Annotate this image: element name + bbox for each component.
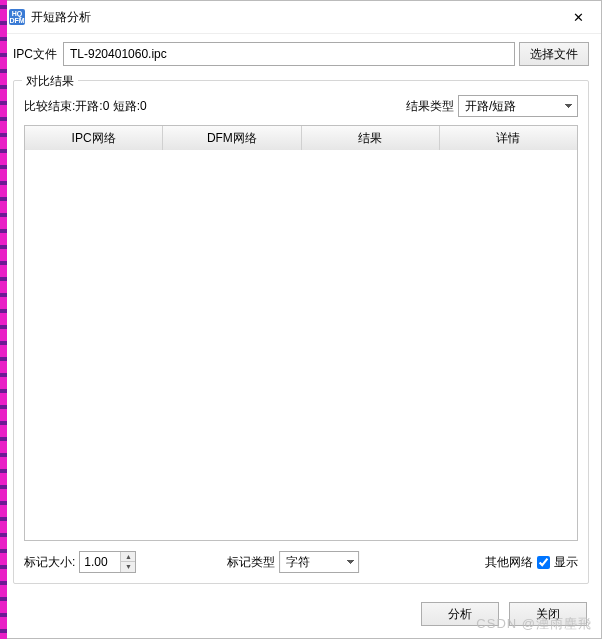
mark-size-seg: 标记大小: ▲ ▼ [24,551,136,573]
show-checkbox[interactable] [537,556,550,569]
titlebar: HQ DFM 开短路分析 ✕ [1,1,601,34]
spinner-down-icon[interactable]: ▼ [121,562,135,572]
background-decoration [0,0,7,639]
mark-type-select[interactable]: 字符 [279,551,359,573]
mark-size-spinner[interactable]: ▲ ▼ [79,551,136,573]
spinner-up-icon[interactable]: ▲ [121,552,135,562]
file-row: IPC文件 选择文件 [13,42,589,66]
table-body [25,150,577,540]
mark-size-label: 标记大小: [24,554,75,571]
col-detail[interactable]: 详情 [440,126,577,150]
analyze-button[interactable]: 分析 [421,602,499,626]
ipc-file-label: IPC文件 [13,46,57,63]
compare-result-group: 对比结果 比较结束:开路:0 短路:0 结果类型 开路/短路 IPC网络 DFM… [13,80,589,584]
spinner-buttons[interactable]: ▲ ▼ [120,552,135,572]
mark-size-input[interactable] [80,552,120,572]
col-dfm-net[interactable]: DFM网络 [163,126,301,150]
other-net-label: 其他网络 [485,554,533,571]
result-table: IPC网络 DFM网络 结果 详情 [24,125,578,541]
group-top-row: 比较结束:开路:0 短路:0 结果类型 开路/短路 [24,95,578,117]
titlebar-left: HQ DFM 开短路分析 [9,9,91,26]
group-bottom-row: 标记大小: ▲ ▼ 标记类型 字符 其 [24,551,578,573]
col-result[interactable]: 结果 [302,126,440,150]
col-ipc-net[interactable]: IPC网络 [25,126,163,150]
compare-status: 比较结束:开路:0 短路:0 [24,98,406,115]
mark-type-label: 标记类型 [227,554,275,571]
content-area: IPC文件 选择文件 对比结果 比较结束:开路:0 短路:0 结果类型 开路/短… [1,34,601,592]
dialog-window: HQ DFM 开短路分析 ✕ IPC文件 选择文件 对比结果 比较结束:开路:0… [0,0,602,639]
choose-file-button[interactable]: 选择文件 [519,42,589,66]
group-title: 对比结果 [22,73,78,90]
result-type-label: 结果类型 [406,98,454,115]
show-label: 显示 [554,554,578,571]
close-button[interactable]: 关闭 [509,602,587,626]
other-net-seg: 其他网络 显示 [485,554,578,571]
mark-type-seg: 标记类型 字符 [227,551,359,573]
table-header: IPC网络 DFM网络 结果 详情 [25,126,577,150]
window-title: 开短路分析 [31,9,91,26]
app-icon: HQ DFM [9,9,25,25]
ipc-file-input[interactable] [63,42,515,66]
footer: 分析 关闭 [1,592,601,638]
close-icon[interactable]: ✕ [563,7,593,27]
result-type-select[interactable]: 开路/短路 [458,95,578,117]
